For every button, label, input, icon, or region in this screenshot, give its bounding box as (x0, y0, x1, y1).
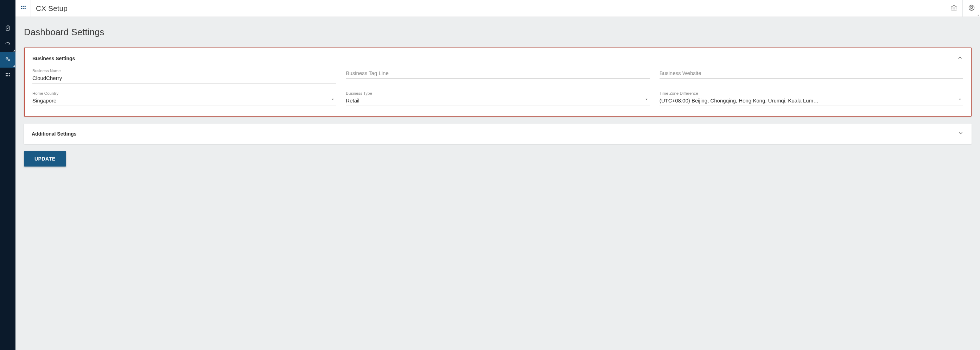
svg-rect-6 (6, 75, 7, 77)
modules-icon (5, 72, 11, 79)
sidebar-item-share[interactable] (0, 37, 16, 52)
svg-rect-11 (24, 6, 25, 7)
profile-button[interactable] (963, 0, 980, 17)
org-button[interactable] (945, 0, 963, 17)
sidebar-item-settings[interactable] (0, 52, 16, 68)
update-button[interactable]: UPDATE (24, 151, 66, 166)
svg-rect-5 (9, 73, 10, 74)
clipboard-icon (5, 25, 11, 33)
user-circle-icon (968, 4, 975, 13)
left-sidebar (0, 0, 16, 350)
svg-rect-14 (24, 8, 25, 9)
apps-grid-icon (20, 5, 26, 12)
business-settings-panel: Business Settings Business Name CloudChe… (24, 48, 972, 117)
submenu-indicator-icon (13, 50, 15, 51)
business-tagline-input[interactable] (346, 69, 649, 78)
sidebar-item-clipboard[interactable] (0, 21, 16, 37)
svg-rect-12 (21, 8, 22, 9)
sidebar-item-apps[interactable] (0, 68, 16, 83)
additional-settings-header[interactable]: Additional Settings (24, 124, 972, 144)
main-area: CX Setup Dashboard Settings Business Set… (16, 0, 980, 350)
business-type-label: Business Type (346, 91, 649, 96)
home-country-select[interactable]: Singapore (32, 96, 336, 106)
svg-rect-10 (22, 6, 24, 7)
timezone-label: Time Zone Difference (660, 91, 963, 96)
topbar-right (945, 0, 980, 16)
timezone-select[interactable]: (UTC+08:00) Beijing, Chongqing, Hong Kon… (660, 96, 963, 106)
home-country-label: Home Country (32, 91, 336, 96)
content: Dashboard Settings Business Settings Bus… (16, 17, 980, 350)
page-title: CX Setup (31, 4, 68, 13)
business-name-input[interactable]: CloudCherry (32, 74, 336, 83)
svg-point-16 (970, 6, 972, 8)
submenu-indicator-icon (13, 65, 15, 67)
bank-icon (950, 4, 958, 13)
gears-icon (5, 56, 11, 64)
svg-rect-9 (21, 6, 22, 7)
chevron-up-icon (957, 54, 963, 62)
dropdown-indicator-icon (977, 14, 979, 16)
chevron-down-icon (958, 130, 964, 137)
business-website-field[interactable] (660, 69, 963, 83)
svg-rect-7 (7, 75, 8, 77)
section-title: Dashboard Settings (24, 27, 972, 38)
topbar: CX Setup (16, 0, 980, 17)
business-name-label: Business Name (32, 69, 336, 73)
svg-rect-3 (6, 73, 7, 74)
svg-rect-13 (22, 8, 24, 9)
apps-menu-button[interactable] (16, 0, 31, 17)
home-country-field[interactable]: Home Country Singapore (32, 91, 336, 106)
business-website-input[interactable] (660, 69, 963, 78)
business-name-field[interactable]: Business Name CloudCherry (32, 69, 336, 83)
business-tagline-field[interactable] (346, 69, 649, 83)
additional-settings-title: Additional Settings (32, 131, 77, 137)
topbar-left: CX Setup (16, 0, 68, 16)
svg-point-2 (8, 59, 10, 61)
business-type-select[interactable]: Retail (346, 96, 649, 106)
business-settings-body: Business Name CloudCherry Home C (25, 65, 971, 116)
additional-settings-panel: Additional Settings (24, 124, 972, 144)
share-icon (5, 40, 11, 48)
business-type-field[interactable]: Business Type Retail (346, 91, 649, 106)
business-settings-title: Business Settings (32, 56, 75, 61)
svg-rect-8 (9, 75, 10, 77)
svg-rect-4 (7, 73, 8, 74)
timezone-field[interactable]: Time Zone Difference (UTC+08:00) Beijing… (660, 91, 963, 106)
business-settings-header[interactable]: Business Settings (25, 48, 971, 65)
